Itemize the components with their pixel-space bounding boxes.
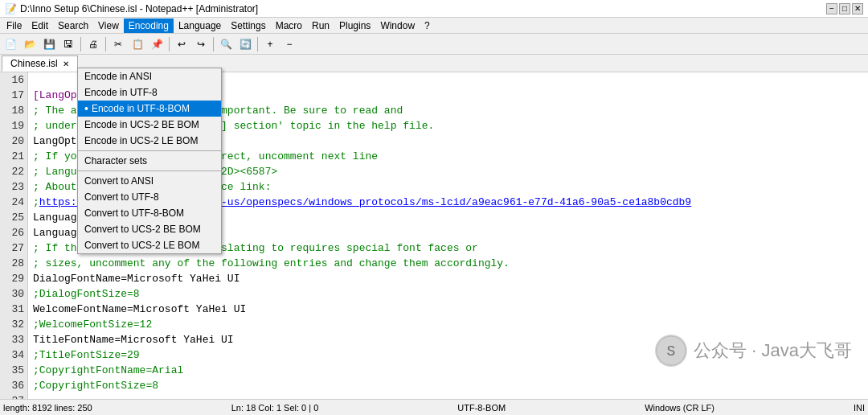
title-bar-left: 📝 D:\Inno Setup 6\Chinese.isl - Notepad+… [5, 3, 258, 14]
line-num-29: 29 [3, 271, 24, 286]
line-num-24: 24 [3, 195, 24, 210]
title-bar-controls: − □ ✕ [826, 3, 863, 14]
line-num-18: 18 [3, 103, 24, 118]
line-num-34: 34 [3, 347, 24, 363]
menu-window[interactable]: Window [375, 18, 420, 33]
line-num-26: 26 [3, 225, 24, 240]
menu-file[interactable]: File [2, 18, 27, 33]
cut-button[interactable]: ✂ [109, 35, 127, 53]
encode-ansi[interactable]: Encode in ANSI [78, 68, 221, 84]
code-line-37 [28, 393, 868, 399]
title-text: D:\Inno Setup 6\Chinese.isl - Notepad++ … [20, 3, 258, 14]
zoom-in-button[interactable]: + [261, 35, 279, 53]
open-button[interactable]: 📂 [21, 35, 39, 53]
sep5 [257, 37, 258, 51]
app-icon: 📝 [5, 3, 17, 14]
menu-encoding[interactable]: Encoding [124, 18, 174, 33]
code-line-33: TitleFontName=Microsoft YaHei UI [28, 332, 868, 347]
line-num-25: 25 [3, 210, 24, 225]
copy-button[interactable]: 📋 [129, 35, 146, 53]
code-line-34: ;TitleFontSize=29 [28, 347, 868, 363]
line-num-23: 23 [3, 179, 24, 195]
zoom-out-button[interactable]: − [280, 35, 298, 53]
code-text-24a: ; [33, 195, 39, 210]
sep4 [213, 37, 214, 51]
redo-button[interactable]: ↪ [192, 35, 210, 53]
status-encoding: UTF-8-BOM [457, 403, 506, 413]
menu-plugins[interactable]: Plugins [334, 18, 375, 33]
convert-ansi[interactable]: Convert to ANSI [78, 173, 221, 189]
line-num-30: 30 [3, 286, 24, 302]
status-bar: length: 8192 lines: 250 Ln: 18 Col: 1 Se… [0, 399, 868, 415]
status-cursor: Ln: 18 Col: 1 Sel: 0 | 0 [231, 403, 319, 413]
tab-chinese-isl[interactable]: Chinese.isl ✕ [2, 55, 78, 72]
menu-settings[interactable]: Settings [226, 18, 270, 33]
encode-utf8[interactable]: Encode in UTF-8 [78, 84, 221, 101]
sep1 [80, 37, 81, 51]
line-num-21: 21 [3, 149, 24, 164]
encoding-dropdown: Encode in ANSI Encode in UTF-8 Encode in… [77, 68, 222, 254]
code-text-36: ;CopyrightFontSize=8 [33, 378, 158, 393]
sep3 [169, 37, 170, 51]
menu-bar: File Edit Search View Encoding Language … [0, 18, 868, 34]
menu-search[interactable]: Search [53, 18, 93, 33]
minimize-button[interactable]: − [826, 3, 837, 14]
line-num-33: 33 [3, 332, 24, 347]
encode-ucs2-be[interactable]: Encode in UCS-2 BE BOM [78, 117, 221, 133]
menu-view[interactable]: View [93, 18, 124, 33]
code-text-33: TitleFontName=Microsoft YaHei UI [33, 332, 234, 347]
convert-ucs2-be[interactable]: Convert to UCS-2 BE BOM [78, 221, 221, 237]
line-num-27: 27 [3, 240, 24, 256]
find-button[interactable]: 🔍 [217, 35, 235, 53]
menu-run[interactable]: Run [307, 18, 334, 33]
character-sets[interactable]: Character sets [78, 153, 221, 169]
code-text-28: ; sizes, uncomment any of the following … [33, 256, 510, 271]
code-text-30: ;DialogFontSize=8 [33, 286, 140, 302]
line-num-17: 17 [3, 88, 24, 103]
code-text-29: DialogFontName=Microsoft YaHei UI [33, 271, 240, 286]
menu-macro[interactable]: Macro [271, 18, 307, 33]
line-num-28: 28 [3, 256, 24, 271]
convert-ucs2-le[interactable]: Convert to UCS-2 LE BOM [78, 237, 221, 253]
menu-help[interactable]: ? [420, 18, 435, 33]
encode-ucs2-le[interactable]: Encode in UCS-2 LE BOM [78, 133, 221, 149]
convert-utf8-bom[interactable]: Convert to UTF-8-BOM [78, 205, 221, 221]
menu-edit[interactable]: Edit [27, 18, 53, 33]
line-num-35: 35 [3, 363, 24, 378]
replace-button[interactable]: 🔄 [236, 35, 254, 53]
sep2 [78, 171, 221, 171]
code-line-32: ;WelcomeFontSize=12 [28, 317, 868, 332]
maximize-button[interactable]: □ [839, 3, 850, 14]
new-button[interactable]: 📄 [2, 35, 19, 53]
tab-close[interactable]: ✕ [63, 60, 69, 68]
status-lang: INI [854, 403, 865, 413]
convert-utf8[interactable]: Convert to UTF-8 [78, 189, 221, 205]
code-text-32: ;WelcomeFontSize=12 [33, 317, 152, 332]
encode-utf8-bom[interactable]: Encode in UTF-8-BOM [78, 101, 221, 117]
code-line-29: DialogFontName=Microsoft YaHei UI [28, 271, 868, 286]
tab-label: Chinese.isl [10, 58, 58, 69]
code-line-35: ;CopyrightFontName=Arial [28, 363, 868, 378]
sep2 [105, 37, 106, 51]
print-button[interactable]: 🖨 [84, 35, 102, 53]
code-line-31: WelcomeFontName=Microsoft YaHei UI [28, 302, 868, 317]
line-numbers: 16 17 18 19 20 21 22 23 24 25 26 27 28 2… [0, 72, 28, 399]
save-button[interactable]: 💾 [40, 35, 58, 53]
encoding-menu: Encode in ANSI Encode in UTF-8 Encode in… [77, 68, 222, 254]
code-line-30: ;DialogFontSize=8 [28, 286, 868, 302]
menu-language[interactable]: Language [174, 18, 226, 33]
undo-button[interactable]: ↩ [173, 35, 190, 53]
code-line-28: ; sizes, uncomment any of the following … [28, 256, 868, 271]
save-all-button[interactable]: 🖫 [59, 35, 77, 53]
line-num-22: 22 [3, 164, 24, 179]
status-linetype: Windows (CR LF) [645, 403, 714, 413]
line-num-31: 31 [3, 302, 24, 317]
status-length: length: 8192 lines: 250 [3, 403, 92, 413]
line-num-32: 32 [3, 317, 24, 332]
toolbar: 📄 📂 💾 🖫 🖨 ✂ 📋 📌 ↩ ↪ 🔍 🔄 + − [0, 34, 868, 55]
code-text-35: ;CopyrightFontName=Arial [33, 363, 183, 378]
line-num-19: 19 [3, 118, 24, 134]
close-button[interactable]: ✕ [852, 3, 863, 14]
paste-button[interactable]: 📌 [148, 35, 166, 53]
code-text-34: ;TitleFontSize=29 [33, 347, 140, 363]
